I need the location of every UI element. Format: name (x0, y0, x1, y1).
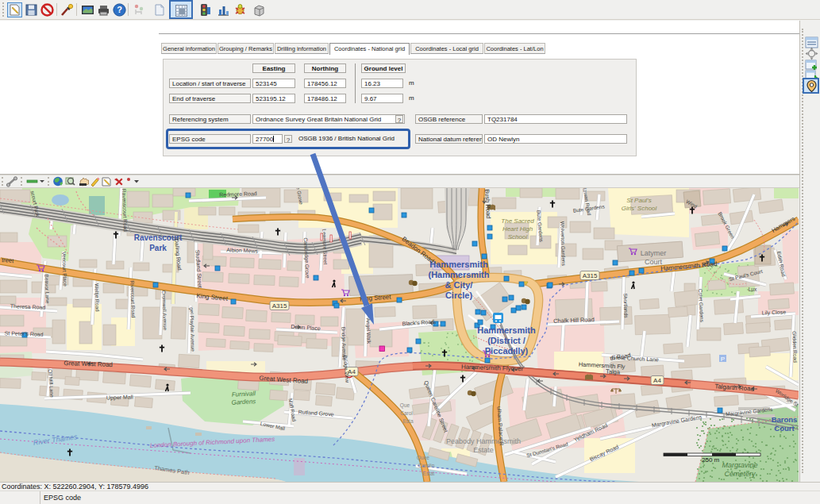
svg-text:Estat: Estat (423, 471, 435, 476)
svg-text:Quee: Quee (417, 455, 429, 461)
svg-text:Lux: Lux (749, 287, 757, 292)
svg-text:treet: treet (2, 256, 15, 264)
svg-text:Gardens: Gardens (231, 398, 256, 406)
svg-text:Chalk Hill Road: Chalk Hill Road (553, 316, 595, 325)
svg-text:Carol: Carol (400, 410, 413, 416)
svg-text:P: P (721, 356, 725, 363)
svg-text:St Paul's: St Paul's (626, 197, 651, 204)
svg-text:Circle): Circle) (445, 290, 473, 300)
svg-text:?: ? (117, 5, 122, 14)
svg-text:Hammersmith: Hammersmith (477, 325, 536, 335)
svg-text:& City/: & City/ (445, 280, 473, 290)
svg-text:Court: Court (774, 424, 795, 433)
svg-text:Peabody Hammersmith: Peabody Hammersmith (446, 437, 521, 445)
svg-text:Latymer: Latymer (641, 249, 667, 257)
svg-text:Albion Mews: Albion Mews (226, 247, 258, 253)
svg-text:Barons: Barons (772, 415, 798, 424)
svg-text:The Sacred: The Sacred (501, 217, 534, 225)
svg-text:Shortlands: Shortlands (622, 293, 629, 318)
svg-text:Piccadılly): Piccadılly) (485, 346, 529, 356)
svg-text:Estate: Estate (473, 446, 494, 454)
svg-text:Hammersmith: Hammersmith (429, 260, 488, 269)
svg-text:A315: A315 (583, 272, 598, 279)
svg-text:Glidden Road: Glidden Road (791, 331, 798, 363)
svg-text:Court: Court (645, 258, 663, 266)
svg-text:Beavor Lane: Beavor Lane (44, 274, 50, 303)
svg-text:Park: Park (149, 244, 167, 252)
svg-text:School: School (508, 233, 528, 240)
svg-text:A315: A315 (272, 302, 287, 310)
svg-text:(Hammersmith: (Hammersmith (428, 270, 489, 279)
svg-text:Esta: Esta (402, 418, 413, 424)
svg-text:Margravine: Margravine (722, 461, 757, 469)
svg-text:Furnivall: Furnivall (232, 390, 256, 398)
svg-text:A4: A4 (653, 377, 661, 384)
svg-text:Carolin: Carolin (418, 463, 435, 468)
svg-text:Talga: Talga (606, 368, 621, 376)
svg-text:Cemetery: Cemetery (724, 470, 756, 478)
svg-text:Heart High: Heart High (502, 225, 533, 233)
svg-text:(District /: (District / (487, 336, 525, 345)
svg-text:Que: Que (400, 402, 410, 409)
svg-text:250 m: 250 m (702, 456, 720, 464)
svg-text:Girls' School: Girls' School (622, 205, 657, 212)
